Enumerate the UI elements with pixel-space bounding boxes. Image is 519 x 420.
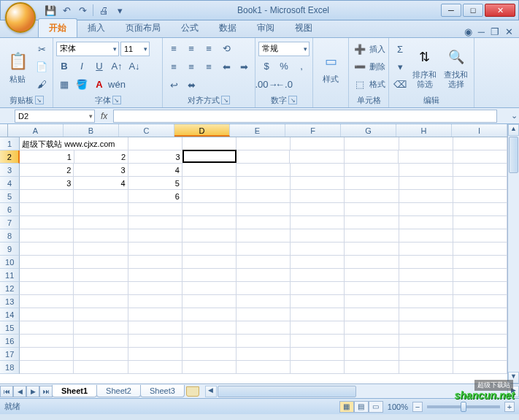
cell-C17[interactable] bbox=[128, 348, 182, 361]
cell-D4[interactable] bbox=[182, 177, 237, 190]
cell-F4[interactable] bbox=[291, 177, 345, 190]
cell-I8[interactable] bbox=[453, 229, 507, 243]
column-header-D[interactable]: D bbox=[174, 124, 230, 137]
styles-button[interactable]: ▭ 样式 bbox=[316, 48, 345, 85]
scroll-left-icon[interactable]: ◀ bbox=[205, 386, 217, 397]
cell-E7[interactable] bbox=[237, 216, 291, 229]
column-header-G[interactable]: G bbox=[341, 124, 396, 137]
cell-E2[interactable] bbox=[236, 150, 290, 164]
align-right-button[interactable]: ≡ bbox=[201, 59, 217, 75]
row-header-18[interactable]: 18 bbox=[0, 361, 20, 374]
cell-I13[interactable] bbox=[453, 295, 507, 308]
sheet-nav-first[interactable]: ⏮ bbox=[0, 386, 13, 397]
row-header-6[interactable]: 6 bbox=[0, 203, 20, 216]
cell-F9[interactable] bbox=[291, 243, 345, 256]
cell-A10[interactable] bbox=[20, 256, 74, 269]
tab-view[interactable]: 视图 bbox=[285, 19, 323, 37]
cell-H9[interactable] bbox=[399, 243, 453, 256]
row-header-1[interactable]: 1 bbox=[0, 137, 20, 150]
cell-B17[interactable] bbox=[74, 348, 128, 361]
cell-C15[interactable] bbox=[128, 321, 182, 335]
cell-G2[interactable] bbox=[345, 150, 399, 164]
cell-B5[interactable] bbox=[74, 190, 128, 203]
column-header-B[interactable]: B bbox=[64, 124, 119, 137]
increase-decimal-button[interactable]: .00→ bbox=[258, 77, 274, 93]
bold-button[interactable]: B bbox=[56, 58, 72, 75]
cell-D14[interactable] bbox=[182, 308, 237, 321]
cell-F2[interactable] bbox=[290, 150, 344, 164]
row-header-16[interactable]: 16 bbox=[0, 335, 20, 348]
cell-D9[interactable] bbox=[182, 243, 237, 256]
save-icon[interactable]: 💾 bbox=[45, 4, 56, 16]
cell-H6[interactable] bbox=[399, 203, 453, 216]
cell-F15[interactable] bbox=[291, 321, 345, 335]
shrink-font-button[interactable]: A↓ bbox=[126, 58, 142, 75]
column-header-F[interactable]: F bbox=[285, 124, 341, 137]
cell-A16[interactable] bbox=[20, 335, 74, 348]
delete-cells-button[interactable]: ➖ bbox=[352, 59, 368, 75]
cell-G11[interactable] bbox=[345, 269, 399, 282]
paste-button[interactable]: 📋 粘贴 bbox=[3, 48, 32, 85]
indent-dec-button[interactable]: ⬅ bbox=[218, 59, 234, 75]
cell-I4[interactable] bbox=[453, 177, 507, 190]
column-header-E[interactable]: E bbox=[230, 124, 285, 137]
cell-C14[interactable] bbox=[128, 308, 182, 321]
view-normal-button[interactable]: ▦ bbox=[339, 401, 354, 413]
cell-H14[interactable] bbox=[399, 308, 453, 321]
cell-D18[interactable] bbox=[182, 361, 237, 374]
cell-D3[interactable] bbox=[182, 164, 237, 177]
cell-H12[interactable] bbox=[399, 282, 453, 295]
cell-I3[interactable] bbox=[453, 164, 507, 177]
find-select-button[interactable]: 🔍 查找和 选择 bbox=[441, 44, 471, 89]
cell-B6[interactable] bbox=[74, 203, 128, 216]
cell-A3[interactable]: 2 bbox=[20, 164, 74, 177]
cell-G18[interactable] bbox=[345, 361, 399, 374]
align-top-button[interactable]: ≡ bbox=[166, 41, 182, 57]
cell-E10[interactable] bbox=[237, 256, 291, 269]
cell-F12[interactable] bbox=[291, 282, 345, 295]
cell-B2[interactable]: 2 bbox=[74, 150, 128, 164]
cell-E6[interactable] bbox=[237, 203, 291, 216]
cell-H7[interactable] bbox=[399, 216, 453, 229]
cell-H18[interactable] bbox=[399, 361, 453, 374]
cell-E11[interactable] bbox=[237, 269, 291, 282]
cell-A4[interactable]: 3 bbox=[20, 177, 74, 190]
align-left-button[interactable]: ≡ bbox=[166, 59, 182, 75]
align-center-button[interactable]: ≡ bbox=[183, 59, 199, 75]
cell-H2[interactable] bbox=[399, 150, 453, 164]
cell-E14[interactable] bbox=[237, 308, 291, 321]
cell-B3[interactable]: 3 bbox=[74, 164, 128, 177]
cell-G14[interactable] bbox=[345, 308, 399, 321]
wrap-text-button[interactable]: ↩ bbox=[166, 77, 182, 93]
qat-dropdown-icon[interactable]: ▾ bbox=[114, 4, 126, 16]
cell-G10[interactable] bbox=[345, 256, 399, 269]
zoom-knob[interactable] bbox=[461, 402, 466, 412]
cell-C5[interactable]: 6 bbox=[128, 190, 182, 203]
cell-E12[interactable] bbox=[237, 282, 291, 295]
maximize-button[interactable]: □ bbox=[463, 4, 483, 17]
row-header-15[interactable]: 15 bbox=[0, 321, 20, 335]
cell-I1[interactable] bbox=[453, 137, 507, 150]
column-header-I[interactable]: I bbox=[452, 124, 507, 137]
zoom-out-button[interactable]: − bbox=[412, 402, 423, 412]
scroll-right-icon[interactable]: ▶ bbox=[507, 386, 519, 397]
cell-E4[interactable] bbox=[237, 177, 291, 190]
horizontal-scrollbar[interactable]: ◀ ▶ bbox=[205, 386, 519, 397]
cell-H5[interactable] bbox=[399, 190, 453, 203]
cell-E13[interactable] bbox=[237, 295, 291, 308]
cell-F1[interactable] bbox=[291, 137, 345, 150]
row-header-11[interactable]: 11 bbox=[0, 269, 20, 282]
close-button[interactable]: ✕ bbox=[485, 4, 515, 17]
cell-I17[interactable] bbox=[453, 348, 507, 361]
cell-H1[interactable] bbox=[399, 137, 453, 150]
cell-B12[interactable] bbox=[74, 282, 128, 295]
fill-button[interactable]: ▾ bbox=[392, 59, 408, 75]
formula-input[interactable] bbox=[113, 110, 497, 123]
cell-C11[interactable] bbox=[128, 269, 182, 282]
cell-C18[interactable] bbox=[128, 361, 182, 374]
decrease-decimal-button[interactable]: ←.0 bbox=[276, 77, 292, 93]
row-header-2[interactable]: 2 bbox=[0, 150, 20, 164]
cell-F3[interactable] bbox=[291, 164, 345, 177]
cell-F14[interactable] bbox=[291, 308, 345, 321]
format-painter-button[interactable]: 🖌 bbox=[34, 77, 50, 93]
